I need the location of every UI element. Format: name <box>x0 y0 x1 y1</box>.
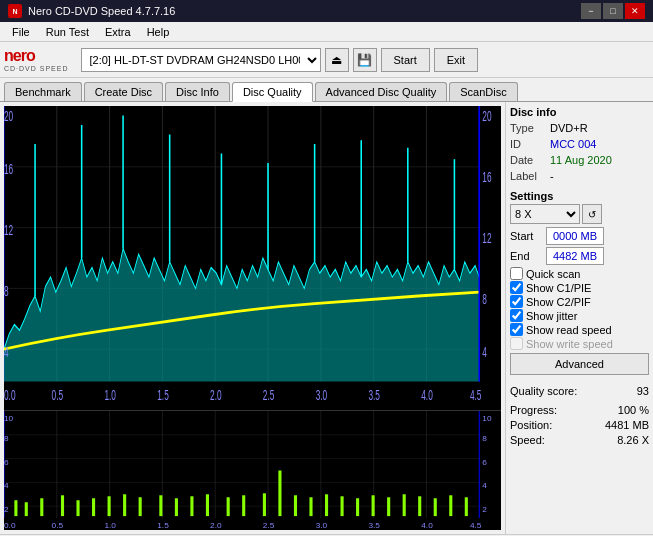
svg-text:4.5: 4.5 <box>470 521 482 530</box>
svg-rect-66 <box>92 498 95 516</box>
svg-text:10: 10 <box>4 414 14 423</box>
svg-rect-74 <box>227 497 230 516</box>
svg-text:20: 20 <box>482 108 491 125</box>
quick-scan-checkbox[interactable] <box>510 267 523 280</box>
svg-text:4.5: 4.5 <box>470 387 482 404</box>
show-write-speed-label: Show write speed <box>526 338 613 350</box>
close-button[interactable]: ✕ <box>625 3 645 19</box>
exit-button[interactable]: Exit <box>434 48 478 72</box>
svg-rect-71 <box>175 498 178 516</box>
svg-rect-70 <box>159 495 162 516</box>
svg-rect-80 <box>325 494 328 516</box>
title-area: N Nero CD-DVD Speed 4.7.7.16 <box>8 4 581 18</box>
tab-disc-info[interactable]: Disc Info <box>165 82 230 101</box>
show-c2pif-checkbox[interactable] <box>510 295 523 308</box>
upper-chart: 0.0 0.5 1.0 1.5 2.0 2.5 3.0 3.5 4.0 4.5 … <box>4 106 501 410</box>
tab-scandisc[interactable]: ScanDisc <box>449 82 517 101</box>
svg-rect-72 <box>190 496 193 516</box>
svg-rect-78 <box>294 495 297 516</box>
show-c1pie-row: Show C1/PIE <box>510 281 649 294</box>
refresh-button[interactable]: ↺ <box>582 204 602 224</box>
save-icon-btn[interactable]: 💾 <box>353 48 377 72</box>
svg-rect-87 <box>434 498 437 516</box>
disc-label-row: Label - <box>510 168 649 184</box>
show-c2pif-row: Show C2/PIF <box>510 295 649 308</box>
quick-scan-label: Quick scan <box>526 268 580 280</box>
svg-rect-85 <box>403 494 406 516</box>
tabs: Benchmark Create Disc Disc Info Disc Qua… <box>0 78 653 102</box>
svg-text:2.0: 2.0 <box>210 521 222 530</box>
start-mb-input[interactable] <box>546 227 604 245</box>
disc-info-section: Disc info Type DVD+R ID MCC 004 Date 11 … <box>510 106 649 184</box>
settings-section: Settings 8 X Max 2 X 4 X 12 X 16 X ↺ Sta… <box>510 190 649 375</box>
svg-rect-89 <box>465 497 468 516</box>
svg-text:16: 16 <box>4 161 13 178</box>
menu-help[interactable]: Help <box>139 24 178 40</box>
svg-rect-61 <box>14 500 17 516</box>
type-value: DVD+R <box>550 120 588 136</box>
start-button[interactable]: Start <box>381 48 430 72</box>
type-label: Type <box>510 120 550 136</box>
svg-rect-88 <box>449 495 452 516</box>
speed-select[interactable]: 8 X Max 2 X 4 X 12 X 16 X <box>510 204 580 224</box>
tab-advanced-disc-quality[interactable]: Advanced Disc Quality <box>315 82 448 101</box>
svg-rect-62 <box>25 502 28 516</box>
svg-text:4: 4 <box>482 343 487 360</box>
disc-type-row: Type DVD+R <box>510 120 649 136</box>
svg-text:0.0: 0.0 <box>4 387 16 404</box>
menu-run-test[interactable]: Run Test <box>38 24 97 40</box>
svg-text:16: 16 <box>482 168 491 185</box>
svg-text:1.0: 1.0 <box>104 387 116 404</box>
position-value: 4481 MB <box>605 418 649 433</box>
tab-disc-quality[interactable]: Disc Quality <box>232 82 313 102</box>
start-mb-row: Start <box>510 227 649 245</box>
chart-area: 0.0 0.5 1.0 1.5 2.0 2.5 3.0 3.5 4.0 4.5 … <box>4 106 501 530</box>
svg-text:0.5: 0.5 <box>52 387 64 404</box>
svg-text:4: 4 <box>482 482 487 491</box>
drive-select[interactable]: [2:0] HL-DT-ST DVDRAM GH24NSD0 LH00 <box>81 48 321 72</box>
tab-create-disc[interactable]: Create Disc <box>84 82 163 101</box>
eject-icon-btn[interactable]: ⏏ <box>325 48 349 72</box>
speed-row-prog: Speed: 8.26 X <box>510 433 649 448</box>
app-icon: N <box>8 4 22 18</box>
svg-text:1.5: 1.5 <box>157 521 169 530</box>
svg-rect-68 <box>123 494 126 516</box>
speed-label: Speed: <box>510 433 545 448</box>
end-mb-label: End <box>510 250 542 262</box>
svg-text:3.5: 3.5 <box>368 521 380 530</box>
svg-text:8: 8 <box>4 434 9 443</box>
svg-text:8: 8 <box>482 434 487 443</box>
menubar: File Run Test Extra Help <box>0 22 653 42</box>
show-c1pie-checkbox[interactable] <box>510 281 523 294</box>
progress-row: Progress: 100 % <box>510 403 649 418</box>
svg-text:12: 12 <box>4 222 13 239</box>
svg-rect-65 <box>76 500 79 516</box>
side-panel: Disc info Type DVD+R ID MCC 004 Date 11 … <box>505 102 653 534</box>
maximize-button[interactable]: □ <box>603 3 623 19</box>
advanced-button[interactable]: Advanced <box>510 353 649 375</box>
main-area: 0.0 0.5 1.0 1.5 2.0 2.5 3.0 3.5 4.0 4.5 … <box>0 102 653 534</box>
show-jitter-checkbox[interactable] <box>510 309 523 322</box>
end-mb-input[interactable] <box>546 247 604 265</box>
window-controls: − □ ✕ <box>581 3 645 19</box>
minimize-button[interactable]: − <box>581 3 601 19</box>
svg-rect-64 <box>61 495 64 516</box>
svg-text:8: 8 <box>482 290 487 307</box>
svg-text:8: 8 <box>4 282 9 299</box>
svg-rect-86 <box>418 496 421 516</box>
menu-file[interactable]: File <box>4 24 38 40</box>
svg-text:1.0: 1.0 <box>104 521 116 530</box>
svg-text:3.0: 3.0 <box>316 387 328 404</box>
svg-rect-81 <box>341 496 344 516</box>
show-read-speed-checkbox[interactable] <box>510 323 523 336</box>
lower-chart: 0.0 0.5 1.0 1.5 2.0 2.5 3.0 3.5 4.0 4.5 … <box>4 410 501 530</box>
svg-text:4: 4 <box>4 482 9 491</box>
app-title: Nero CD-DVD Speed 4.7.7.16 <box>28 5 175 17</box>
show-write-speed-row: Show write speed <box>510 337 649 350</box>
svg-text:2.5: 2.5 <box>263 387 275 404</box>
end-mb-row: End <box>510 247 649 265</box>
show-write-speed-checkbox[interactable] <box>510 337 523 350</box>
progress-section: Progress: 100 % Position: 4481 MB Speed:… <box>510 403 649 448</box>
tab-benchmark[interactable]: Benchmark <box>4 82 82 101</box>
menu-extra[interactable]: Extra <box>97 24 139 40</box>
